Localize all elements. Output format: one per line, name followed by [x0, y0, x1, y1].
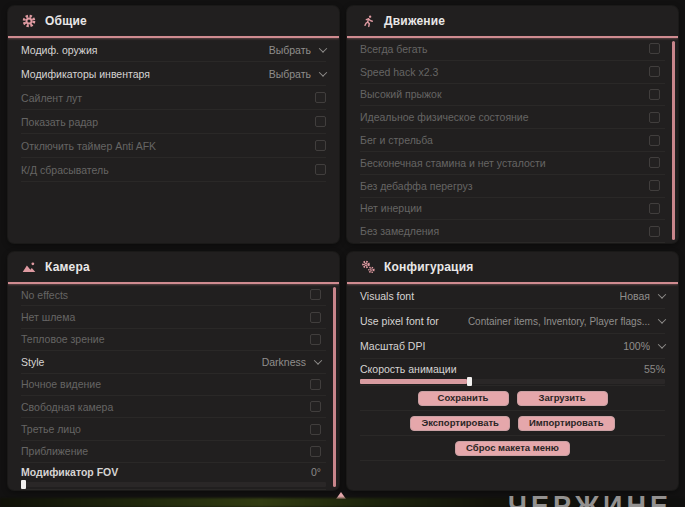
checkbox[interactable]	[649, 226, 660, 237]
panel-movement-header[interactable]: Движение	[347, 6, 678, 36]
gear-icon	[21, 14, 37, 28]
checkbox[interactable]	[310, 312, 321, 323]
checkbox[interactable]	[649, 203, 660, 214]
row-zoom[interactable]: Приближение	[21, 441, 326, 463]
checkbox[interactable]	[649, 43, 660, 54]
slider-handle[interactable]	[467, 377, 472, 386]
row-label: Показать радар	[21, 116, 98, 128]
checkbox[interactable]	[315, 140, 326, 151]
save-button[interactable]: Сохранить	[418, 391, 509, 406]
row-label: Visuals font	[360, 290, 414, 302]
row-use-pixel-font: Use pixel font for Container items, Inve…	[360, 309, 665, 334]
checkbox[interactable]	[315, 164, 326, 175]
row-label: No effects	[21, 289, 68, 301]
import-button[interactable]: Импортировать	[518, 416, 615, 431]
row-free-camera[interactable]: Свободная камера	[21, 396, 326, 418]
panel-general-header[interactable]: Общие	[8, 6, 339, 36]
row-inventory-mods: Модификаторы инвентаря Выбрать	[21, 62, 326, 86]
checkbox[interactable]	[649, 89, 660, 100]
checkbox[interactable]	[310, 289, 321, 300]
checkbox[interactable]	[649, 112, 660, 123]
visuals-font-dropdown[interactable]: Новая	[620, 290, 665, 302]
row-animation-speed: Скорость анимации 55%	[360, 359, 665, 386]
row-no-slowdown[interactable]: Без замедления	[360, 220, 665, 243]
row-label: Модиф. оружия	[21, 44, 97, 56]
row-label: Нет инерции	[360, 202, 422, 214]
row-visuals-font: Visuals font Новая	[360, 284, 665, 309]
watermark-text: ЧЕРЖИНЕ	[508, 491, 672, 507]
checkbox[interactable]	[310, 401, 321, 412]
dpi-scale-dropdown[interactable]: 100%	[623, 340, 665, 352]
panel-title: Конфигурация	[384, 260, 473, 274]
row-night-vision[interactable]: Ночное видение	[21, 374, 326, 396]
fov-value: 0°	[311, 466, 321, 478]
row-show-radar[interactable]: Показать радар	[21, 110, 326, 134]
panel-general: Общие Модиф. оружия Выбрать Модификаторы…	[8, 6, 339, 243]
pixel-font-dropdown[interactable]: Container items, Inventory, Player flags…	[468, 316, 665, 327]
row-no-helmet[interactable]: Нет шлема	[21, 306, 326, 328]
style-dropdown[interactable]: Darkness	[262, 356, 321, 368]
checkbox[interactable]	[310, 334, 321, 345]
panel-config-header[interactable]: Конфигурация	[347, 252, 678, 282]
checkbox[interactable]	[315, 92, 326, 103]
reset-menu-layout-button[interactable]: Сброс макета меню	[455, 441, 570, 456]
panel-camera-header[interactable]: Камера	[8, 252, 339, 282]
row-label: Сайлент лут	[21, 92, 82, 104]
row-infinite-stamina[interactable]: Бесконечная стамина и нет усталости	[360, 152, 665, 175]
weapon-mod-dropdown[interactable]: Выбрать	[269, 44, 326, 56]
row-thermal-vision[interactable]: Тепловое зрение	[21, 329, 326, 351]
checkbox[interactable]	[649, 135, 660, 146]
row-no-overload-debuff[interactable]: Без дебаффа перегруз	[360, 175, 665, 198]
chevron-down-icon	[314, 356, 322, 364]
gears-icon	[360, 260, 376, 274]
checkbox[interactable]	[649, 66, 660, 77]
fov-slider[interactable]	[21, 480, 326, 488]
row-label: К/Д сбрасыватель	[21, 164, 109, 176]
row-disable-anti-afk-timer[interactable]: Отключить таймер Anti AFK	[21, 134, 326, 158]
chevron-down-icon	[319, 44, 327, 52]
checkbox[interactable]	[310, 424, 321, 435]
row-silent-loot[interactable]: Сайлент лут	[21, 86, 326, 110]
row-perfect-physical-condition[interactable]: Идеальное физическое состояние	[360, 106, 665, 129]
panel-config: Конфигурация Visuals font Новая Use pixe…	[347, 252, 678, 490]
row-high-jump[interactable]: Высокий прыжок	[360, 84, 665, 107]
row-label: Третье лицо	[21, 423, 81, 435]
row-run-and-shoot[interactable]: Бег и стрельба	[360, 129, 665, 152]
slider-handle[interactable]	[21, 480, 26, 489]
row-third-person[interactable]: Третье лицо	[21, 418, 326, 440]
row-label: Speed hack x2.3	[360, 66, 438, 78]
checkbox[interactable]	[649, 180, 660, 191]
row-cooldown-resetter[interactable]: К/Д сбрасыватель	[21, 158, 326, 182]
button-row-export-import: Экспортировать Импортировать	[360, 411, 665, 436]
inventory-mods-dropdown[interactable]: Выбрать	[269, 68, 326, 80]
button-row-reset: Сброс макета меню	[360, 436, 665, 461]
chevron-down-icon	[319, 68, 327, 76]
row-no-inertia[interactable]: Нет инерции	[360, 198, 665, 221]
panel-title: Движение	[384, 14, 445, 28]
row-label: Use pixel font for	[360, 315, 439, 327]
scrollbar[interactable]	[333, 287, 336, 487]
row-fov-modifier: Модификатор FOV 0°	[21, 463, 326, 490]
export-button[interactable]: Экспортировать	[410, 416, 509, 431]
row-label: Масштаб DPI	[360, 340, 425, 352]
row-speed-hack[interactable]: Speed hack x2.3	[360, 61, 665, 84]
dropdown-value: Container items, Inventory, Player flags…	[468, 316, 650, 327]
checkbox[interactable]	[315, 116, 326, 127]
row-style: Style Darkness	[21, 351, 326, 373]
animation-speed-slider[interactable]	[360, 377, 665, 385]
panel-movement: Движение Всегда бегать Speed hack x2.3 В…	[347, 6, 678, 243]
row-label: Style	[21, 356, 44, 368]
scrollbar[interactable]	[672, 41, 675, 240]
checkbox[interactable]	[649, 157, 660, 168]
checkbox[interactable]	[310, 379, 321, 390]
load-button[interactable]: Загрузить	[517, 391, 608, 406]
checkbox[interactable]	[310, 446, 321, 457]
dropdown-value: Выбрать	[269, 44, 311, 56]
row-dpi-scale: Масштаб DPI 100%	[360, 334, 665, 359]
row-no-effects[interactable]: No effects	[21, 284, 326, 306]
row-label: Свободная камера	[21, 401, 113, 413]
row-always-run[interactable]: Всегда бегать	[360, 38, 665, 61]
chevron-down-icon	[658, 315, 666, 323]
row-label: Нет шлема	[21, 311, 75, 323]
row-label: Всегда бегать	[360, 43, 428, 55]
